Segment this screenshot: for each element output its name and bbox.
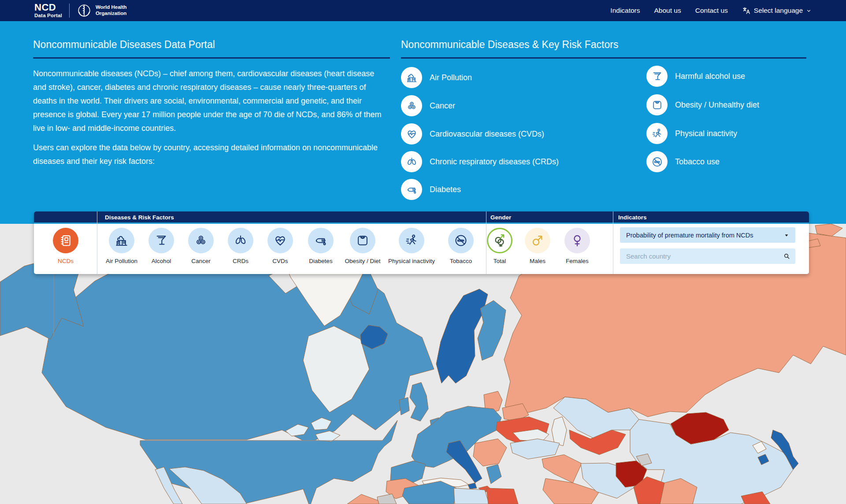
search-icon xyxy=(783,252,790,260)
filter-ncds-button[interactable]: NCDs xyxy=(38,228,93,264)
martini-icon xyxy=(646,66,668,87)
page-title: Noncommunicable Diseases Data Portal xyxy=(33,39,215,51)
risk-item-alcohol[interactable]: Harmful alcohol use xyxy=(646,66,745,87)
cancer-icon xyxy=(401,95,422,116)
martini-icon xyxy=(148,228,174,253)
hero-section: Noncommunicable Diseases Data Portal Non… xyxy=(0,21,846,224)
top-navbar: NCD Data Portal World Health Organizatio… xyxy=(0,0,846,21)
gender-females-button[interactable]: Females xyxy=(550,228,605,264)
risk-factors-title: Noncommunicable Diseases & Key Risk Fact… xyxy=(401,39,618,51)
heart-pulse-icon xyxy=(267,228,293,253)
chevron-down-icon xyxy=(806,8,812,14)
who-logo[interactable]: World Health Organization xyxy=(77,3,127,18)
nav-link-indicators[interactable]: Indicators xyxy=(610,7,640,15)
air-pollution-icon xyxy=(109,228,134,253)
risk-item-inactivity[interactable]: Physical inactivity xyxy=(646,123,737,144)
risk-item-obesity[interactable]: Obesity / Unhealthy diet xyxy=(646,94,759,115)
heart-pulse-icon xyxy=(401,123,422,145)
header-diseases: Diseases & Risk Factors xyxy=(105,214,174,221)
indicator-dropdown-value: Probability of premature mortality from … xyxy=(626,232,783,239)
filter-obesity-button[interactable]: Obesity / Diet xyxy=(335,228,390,264)
navbar-divider xyxy=(69,4,70,18)
search-country-input[interactable] xyxy=(620,248,795,264)
runner-icon xyxy=(399,228,424,253)
brand-subtitle: Data Portal xyxy=(34,13,62,19)
scale-icon xyxy=(646,94,668,115)
filter-inactivity-button[interactable]: Physical inactivity xyxy=(384,228,439,264)
language-label: Select language xyxy=(754,7,803,15)
hand-drop-icon xyxy=(401,179,422,200)
intro-paragraph: Noncommunicable diseases (NCDs) – chief … xyxy=(33,67,383,135)
who-emblem-icon xyxy=(77,3,92,18)
cancer-icon xyxy=(188,228,214,253)
nav-link-contact-us[interactable]: Contact us xyxy=(695,7,728,15)
scale-icon xyxy=(350,228,375,253)
risk-item-air-pollution[interactable]: Air Pollution xyxy=(401,67,472,88)
risk-title-underline xyxy=(401,57,806,59)
risk-factors-column: Noncommunicable Diseases & Key Risk Fact… xyxy=(401,21,806,224)
air-pollution-icon xyxy=(401,67,422,88)
hero-intro-column: Noncommunicable Diseases Data Portal Non… xyxy=(33,21,390,224)
header-gender: Gender xyxy=(490,214,511,221)
nav-link-about-us[interactable]: About us xyxy=(654,7,681,15)
filter-header-bar: Diseases & Risk Factors Gender Indicator… xyxy=(34,211,809,224)
runner-icon xyxy=(646,123,668,144)
risk-item-tobacco[interactable]: Tobacco use xyxy=(646,151,720,172)
lungs-icon xyxy=(401,151,422,172)
explore-paragraph: Users can explore the data below by coun… xyxy=(33,141,383,168)
header-indicators: Indicators xyxy=(618,214,647,221)
hand-drop-icon xyxy=(308,228,334,253)
no-smoking-icon xyxy=(448,228,474,253)
risk-item-diabetes[interactable]: Diabetes xyxy=(401,179,461,200)
male-icon xyxy=(525,228,550,253)
gender-total-icon xyxy=(487,228,512,253)
report-icon xyxy=(53,228,78,253)
female-icon xyxy=(564,228,590,253)
risk-item-crd[interactable]: Chronic respiratory diseases (CRDs) xyxy=(401,151,559,172)
lungs-icon xyxy=(228,228,253,253)
caret-down-icon xyxy=(783,232,790,239)
section-divider xyxy=(613,211,613,274)
language-selector[interactable]: Select language xyxy=(742,6,812,15)
filter-toolbar: Diseases & Risk Factors Gender Indicator… xyxy=(34,211,809,274)
country-search xyxy=(620,248,795,264)
risk-item-cancer[interactable]: Cancer xyxy=(401,95,455,116)
brand-title: NCD xyxy=(34,3,62,12)
ncd-data-portal-logo[interactable]: NCD Data Portal xyxy=(34,3,62,19)
translate-icon xyxy=(742,6,751,15)
risk-item-cvd[interactable]: Cardiovascular diseases (CVDs) xyxy=(401,123,544,145)
who-logo-text: World Health Organization xyxy=(96,4,127,16)
no-smoking-icon xyxy=(646,151,668,172)
title-underline xyxy=(33,57,390,59)
indicator-dropdown[interactable]: Probability of premature mortality from … xyxy=(620,227,795,243)
